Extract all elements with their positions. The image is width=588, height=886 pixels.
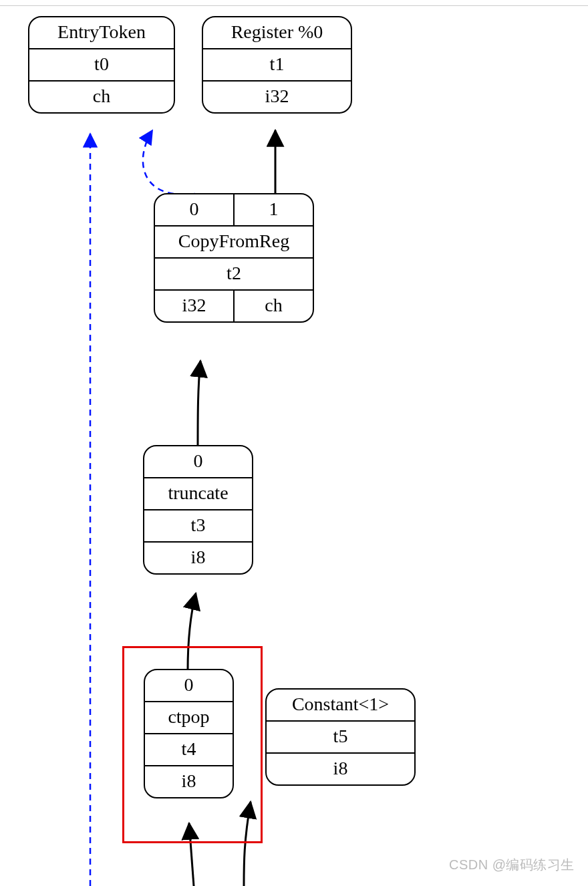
top-separator [0, 5, 588, 6]
node-truncate: 0 truncate t3 i8 [143, 445, 253, 575]
edge-trunc-cfr [198, 361, 200, 446]
cfr-op: CopyFromReg [155, 227, 313, 257]
node-copyfromreg: 0 1 CopyFromReg t2 i32 ch [154, 193, 314, 323]
cfr-out0: i32 [155, 291, 233, 321]
cfr-in0: 0 [155, 194, 233, 225]
trunc-op: truncate [144, 478, 252, 509]
const-title: Constant<1> [267, 690, 414, 720]
ctpop-in0: 0 [145, 670, 233, 701]
ctpop-op: ctpop [145, 702, 233, 733]
entrytoken-title: EntryToken [29, 17, 174, 48]
const-id: t5 [267, 722, 414, 752]
register-id: t1 [203, 49, 351, 80]
trunc-in0: 0 [144, 446, 252, 477]
cfr-out1: ch [233, 291, 313, 321]
cfr-in1: 1 [233, 194, 313, 225]
entrytoken-type: ch [29, 82, 174, 112]
register-title: Register %0 [203, 17, 351, 48]
edge-cfr0-entry [143, 130, 195, 194]
watermark: CSDN @编码练习生 [449, 856, 575, 874]
cfr-id: t2 [155, 259, 313, 289]
const-type: i8 [267, 754, 414, 784]
ctpop-id: t4 [145, 734, 233, 765]
node-register: Register %0 t1 i32 [202, 16, 352, 114]
node-entrytoken: EntryToken t0 ch [28, 16, 175, 114]
node-ctpop: 0 ctpop t4 i8 [144, 669, 234, 798]
trunc-type: i8 [144, 543, 252, 573]
entrytoken-id: t0 [29, 49, 174, 80]
ctpop-type: i8 [145, 766, 233, 797]
node-constant: Constant<1> t5 i8 [265, 688, 416, 786]
register-type: i32 [203, 82, 351, 112]
trunc-id: t3 [144, 510, 252, 541]
